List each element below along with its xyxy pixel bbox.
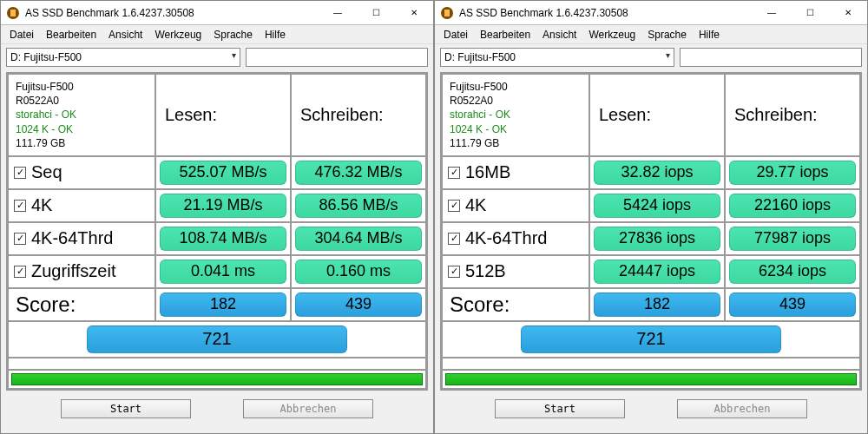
row-label: Seq	[8, 156, 155, 189]
menu-werkzeug[interactable]: Werkzeug	[155, 29, 201, 41]
minimize-button[interactable]: —	[319, 1, 357, 25]
header-write: Schreiben:	[725, 74, 860, 156]
read-bar: 32.82 iops	[594, 161, 720, 185]
row-checkbox[interactable]	[14, 233, 26, 245]
menu-sprache[interactable]: Sprache	[214, 29, 253, 41]
read-bar: 27836 iops	[594, 227, 720, 251]
maximize-button[interactable]: ☐	[357, 1, 395, 25]
info-driver: storahci - OK	[450, 108, 510, 122]
score-read: 182	[594, 293, 720, 317]
row-label: 4K	[442, 189, 589, 222]
window-title: AS SSD Benchmark 1.6.4237.30508	[25, 7, 319, 19]
menu-bearbeiten[interactable]: Bearbeiten	[480, 29, 530, 41]
score-write: 439	[729, 293, 856, 317]
row-label: 512B	[442, 255, 589, 288]
row-label: 16MB	[442, 156, 589, 189]
value-cell: 77987 iops	[725, 222, 860, 255]
read-bar: 5424 iops	[594, 194, 720, 218]
write-bar: 0.160 ms	[295, 260, 422, 284]
value-cell: 5424 iops	[589, 189, 725, 222]
score-write: 439	[295, 293, 422, 317]
spacer	[8, 358, 426, 370]
write-bar: 29.77 iops	[729, 161, 856, 185]
info-size: 111.79 GB	[450, 136, 499, 150]
menu-datei[interactable]: Datei	[444, 29, 468, 41]
value-cell: 0.041 ms	[155, 255, 291, 288]
value-cell: 24447 iops	[589, 255, 725, 288]
cancel-button[interactable]: Abbrechen	[243, 399, 373, 418]
row-checkbox[interactable]	[448, 200, 460, 212]
write-bar: 22160 iops	[729, 194, 856, 218]
progress-bar	[445, 373, 857, 385]
value-cell: 304.64 MB/s	[291, 222, 426, 255]
start-button[interactable]: Start	[61, 399, 191, 418]
value-cell: 476.32 MB/s	[291, 156, 426, 189]
drive-select[interactable]: D: Fujitsu-F500	[440, 48, 674, 67]
app-icon	[6, 6, 20, 20]
menu-bearbeiten[interactable]: Bearbeiten	[46, 29, 96, 41]
write-bar: 476.32 MB/s	[295, 161, 422, 185]
header-read: Lesen:	[155, 74, 291, 156]
read-bar: 108.74 MB/s	[160, 227, 286, 251]
drive-info: Fujitsu-F500 R0522A0 storahci - OK 1024 …	[442, 74, 589, 156]
row-checkbox[interactable]	[448, 266, 460, 278]
row-checkbox[interactable]	[448, 167, 460, 179]
write-bar: 304.64 MB/s	[295, 227, 422, 251]
menu-sprache[interactable]: Sprache	[648, 29, 687, 41]
svg-rect-1	[10, 10, 16, 16]
menu-hilfe[interactable]: Hilfe	[265, 29, 286, 41]
value-cell: 0.160 ms	[291, 255, 426, 288]
info-align: 1024 K - OK	[450, 122, 507, 136]
value-cell: 182	[155, 288, 291, 321]
value-cell: 22160 iops	[725, 189, 860, 222]
write-bar: 77987 iops	[729, 227, 856, 251]
info-size: 111.79 GB	[16, 136, 65, 150]
bottom-bar: Start Abbrechen	[1, 394, 433, 427]
value-cell: 27836 iops	[589, 222, 725, 255]
info-fw: R0522A0	[16, 94, 59, 108]
menu-werkzeug[interactable]: Werkzeug	[589, 29, 635, 41]
maximize-button[interactable]: ☐	[791, 1, 829, 25]
menu-datei[interactable]: Datei	[10, 29, 34, 41]
row-label: 4K-64Thrd	[8, 222, 155, 255]
read-bar: 0.041 ms	[160, 260, 286, 284]
write-bar: 6234 iops	[729, 260, 856, 284]
score-label: Score:	[442, 288, 589, 321]
menubar: Datei Bearbeiten Ansicht Werkzeug Sprach…	[435, 25, 867, 44]
row-checkbox[interactable]	[14, 167, 26, 179]
cancel-button[interactable]: Abbrechen	[677, 399, 807, 418]
menu-ansicht[interactable]: Ansicht	[108, 29, 142, 41]
menu-ansicht[interactable]: Ansicht	[542, 29, 576, 41]
read-bar: 525.07 MB/s	[160, 161, 286, 185]
svg-rect-3	[444, 10, 450, 16]
score-total: 721	[87, 326, 347, 353]
drive-row: D: Fujitsu-F500	[435, 44, 867, 70]
score-read: 182	[160, 293, 286, 317]
write-bar: 86.56 MB/s	[295, 194, 422, 218]
progress-row	[8, 370, 426, 389]
close-button[interactable]: ✕	[395, 1, 433, 25]
progress-bar	[11, 373, 423, 385]
drive-path-input[interactable]	[680, 48, 862, 67]
start-button[interactable]: Start	[495, 399, 625, 418]
row-checkbox[interactable]	[14, 200, 26, 212]
row-checkbox[interactable]	[448, 233, 460, 245]
drive-path-input[interactable]	[246, 48, 428, 67]
value-cell: 21.19 MB/s	[155, 189, 291, 222]
value-cell: 182	[589, 288, 725, 321]
total-row: 721	[8, 321, 426, 358]
read-bar: 21.19 MB/s	[160, 194, 286, 218]
row-checkbox[interactable]	[14, 266, 26, 278]
menu-hilfe[interactable]: Hilfe	[699, 29, 720, 41]
value-cell: 439	[291, 288, 426, 321]
results-grid: Fujitsu-F500 R0522A0 storahci - OK 1024 …	[6, 72, 428, 391]
minimize-button[interactable]: —	[753, 1, 791, 25]
header-read: Lesen:	[589, 74, 725, 156]
row-label: 4K	[8, 189, 155, 222]
info-driver: storahci - OK	[16, 108, 76, 122]
value-cell: 439	[725, 288, 860, 321]
value-cell: 32.82 iops	[589, 156, 725, 189]
close-button[interactable]: ✕	[829, 1, 867, 25]
titlebar: AS SSD Benchmark 1.6.4237.30508 — ☐ ✕	[435, 1, 867, 25]
drive-select[interactable]: D: Fujitsu-F500	[6, 48, 240, 67]
